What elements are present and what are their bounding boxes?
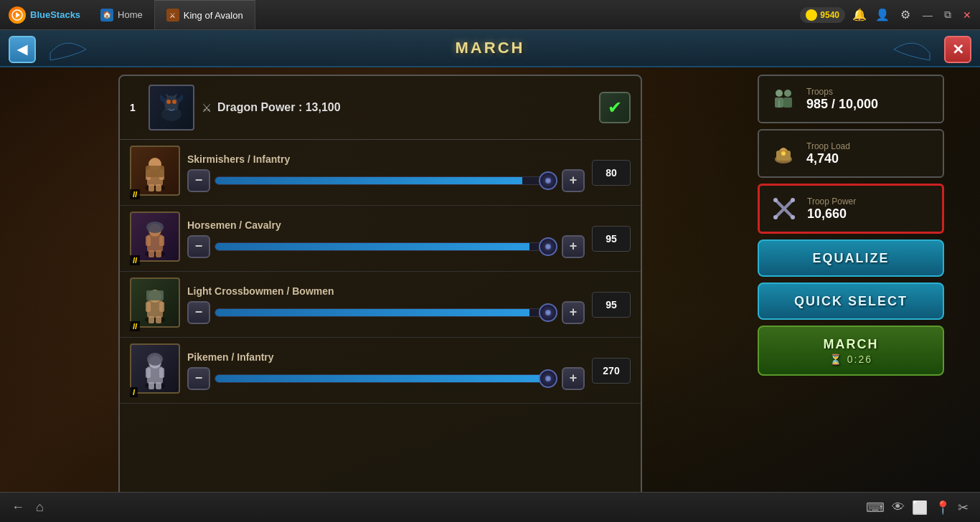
troop-portrait-wrap: I: [130, 343, 180, 397]
svg-point-44: [781, 151, 786, 156]
dragon-power: Dragon Power : 13,100: [217, 101, 341, 114]
troop-figure: [134, 148, 176, 193]
slider-plus-button[interactable]: +: [562, 169, 585, 192]
troops-stat-text: Troops 985 / 10,000: [806, 87, 934, 112]
slider-thumb[interactable]: [539, 369, 557, 388]
restore-btn[interactable]: ⧉: [941, 9, 954, 21]
troop-portrait-wrap: II: [130, 212, 180, 265]
close-button[interactable]: ✕: [944, 36, 971, 63]
page-title: MARCH: [456, 39, 525, 57]
troop-info: Skirmishers / Infantry − +: [187, 153, 585, 192]
dragon-check-button[interactable]: ✔: [599, 92, 631, 123]
slider-minus-button[interactable]: −: [187, 301, 210, 324]
game-tab[interactable]: ⚔ King of Avalon: [154, 0, 255, 29]
svg-rect-16: [146, 236, 151, 246]
game-tab-label: King of Avalon: [184, 10, 243, 21]
taskbar-eye-icon[interactable]: 👁: [892, 500, 905, 515]
tier-badge: II: [130, 189, 140, 199]
slider-minus-button[interactable]: −: [187, 235, 210, 258]
taskbar-home-icon[interactable]: ⌂: [36, 500, 44, 515]
checkmark-icon: ✔: [608, 98, 622, 118]
settings-btn[interactable]: ⚙: [897, 6, 914, 24]
troop-rows-container: II Skirmishers / Infantry − + 80: [120, 140, 641, 404]
svg-point-38: [784, 90, 791, 97]
coin-icon: [806, 9, 817, 21]
back-button[interactable]: ◀: [9, 36, 36, 63]
troop-power-box: Troop Power 10,660: [758, 184, 944, 234]
troop-figure: [134, 214, 176, 259]
slider-thumb[interactable]: [539, 303, 557, 322]
slider-thumb[interactable]: [539, 237, 557, 256]
troop-count: 80: [592, 160, 631, 186]
taskbar-location-icon[interactable]: 📍: [935, 500, 951, 516]
dragon-row: 1 ⚔ Dragon Power : 13,100: [120, 76, 641, 140]
svg-rect-11: [156, 184, 161, 191]
coin-area: 9540: [800, 7, 845, 23]
svg-rect-33: [159, 368, 164, 378]
slider-minus-button[interactable]: −: [187, 367, 210, 390]
dragon-info: ⚔ Dragon Power : 13,100: [202, 101, 592, 115]
troops-value: 985 / 10,000: [806, 97, 934, 112]
troop-load-stat-box: Troop Load 4,740: [758, 129, 944, 178]
quick-select-button[interactable]: QUICK SELECT: [758, 283, 944, 320]
troop-info: Pikemen / Infantry − +: [187, 351, 585, 390]
tier-badge: II: [130, 321, 140, 331]
troop-figure: [134, 346, 176, 391]
svg-rect-25: [159, 302, 164, 312]
taskbar-expand-icon[interactable]: ⬜: [912, 500, 928, 516]
troop-row: II Light Crossbowmen / Bowmen − + 95: [120, 272, 641, 338]
troop-load-stat-text: Troop Load 4,740: [806, 141, 934, 166]
taskbar-cut-icon[interactable]: ✂: [958, 500, 969, 516]
troop-name: Light Crossbowmen / Bowmen: [187, 285, 585, 297]
slider-track[interactable]: [215, 308, 557, 317]
profile-btn[interactable]: 👤: [874, 6, 891, 24]
slider-thumb[interactable]: [539, 171, 557, 190]
troop-portrait: [130, 343, 180, 394]
troop-name: Pikemen / Infantry: [187, 351, 585, 363]
slider-track[interactable]: [215, 176, 557, 185]
troop-name: Horsemen / Cavalry: [187, 219, 585, 231]
window-close-btn[interactable]: ✕: [960, 9, 974, 21]
title-bar: BlueStacks 🏠 Home ⚔ King of Avalon 9540 …: [0, 0, 980, 30]
march-button[interactable]: MARCH ⏳ 0:26: [758, 326, 944, 376]
dragon-number: 1: [130, 102, 141, 113]
svg-point-50: [773, 198, 778, 202]
troop-load-label: Troop Load: [806, 141, 934, 151]
notification-btn[interactable]: 🔔: [851, 6, 868, 24]
tier-badge: II: [130, 255, 140, 265]
taskbar-keyboard-icon[interactable]: ⌨: [866, 500, 885, 516]
troop-power-icon: [768, 193, 800, 224]
taskbar-back-icon[interactable]: ←: [11, 500, 24, 515]
slider-track[interactable]: [215, 242, 557, 251]
svg-point-37: [776, 90, 783, 97]
home-tab[interactable]: 🏠 Home: [89, 0, 154, 29]
dragon-icon: [153, 89, 190, 126]
game-tab-icon: ⚔: [166, 9, 179, 22]
slider-row: − +: [187, 367, 585, 390]
troop-count: 270: [592, 358, 631, 384]
troop-figure: [134, 280, 176, 325]
minimize-btn[interactable]: —: [920, 9, 936, 21]
bluestacks-name: BlueStacks: [30, 9, 80, 20]
equalize-button[interactable]: EQUALIZE: [758, 239, 944, 277]
slider-fill: [215, 177, 522, 184]
troop-row: II Horsemen / Cavalry − + 95: [120, 206, 641, 272]
tier-badge: I: [130, 387, 138, 397]
slider-minus-button[interactable]: −: [187, 169, 210, 192]
slider-plus-button[interactable]: +: [562, 301, 585, 324]
right-wing: [851, 32, 937, 66]
slider-plus-button[interactable]: +: [562, 235, 585, 258]
svg-rect-27: [156, 316, 161, 323]
troops-icon: [768, 83, 799, 115]
troop-power-label: Troop Power: [807, 196, 933, 207]
troop-row: II Skirmishers / Infantry − + 80: [120, 140, 641, 206]
svg-rect-10: [149, 184, 154, 191]
right-panel: Troops 985 / 10,000 Troop Load 4,740: [758, 75, 944, 512]
slider-plus-button[interactable]: +: [562, 367, 585, 390]
taskbar-right: ⌨ 👁 ⬜ 📍 ✂: [866, 500, 969, 516]
slider-fill: [215, 243, 529, 250]
slider-track[interactable]: [215, 374, 557, 383]
troop-info: Light Crossbowmen / Bowmen − +: [187, 285, 585, 324]
title-bar-right: 9540 🔔 👤 ⚙ — ⧉ ✕: [800, 6, 980, 24]
main-panel: 1 ⚔ Dragon Power : 13,100: [118, 75, 642, 512]
